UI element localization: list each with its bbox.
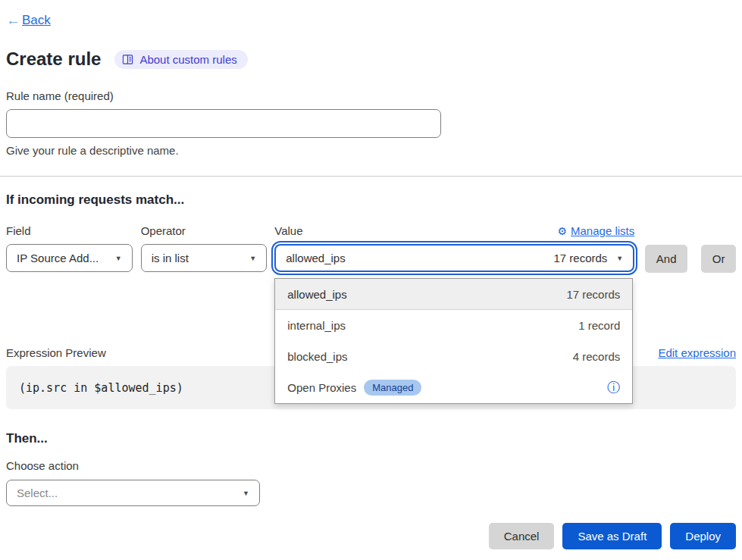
choose-action-label: Choose action (6, 459, 736, 472)
list-item-records: 17 records (566, 288, 620, 301)
list-item-allowed-ips[interactable]: allowed_ips 17 records (275, 279, 632, 310)
chevron-down-icon: ▼ (616, 255, 623, 262)
list-item-records: 1 record (578, 319, 620, 332)
back-link[interactable]: ←Back (6, 12, 51, 29)
then-section-heading: Then... (6, 431, 736, 446)
rule-name-group: Rule name (required) Give your rule a de… (6, 89, 736, 157)
chevron-down-icon: ▼ (243, 490, 249, 497)
field-label: Field (6, 224, 133, 237)
field-select-value: IP Source Add... (17, 252, 99, 264)
back-link-label: Back (22, 13, 51, 28)
gear-icon: ⚙ (557, 226, 567, 236)
chevron-down-icon: ▼ (115, 255, 122, 262)
operator-select[interactable]: is in list ▼ (141, 244, 268, 272)
list-item-internal-ips[interactable]: internal_ips 1 record (275, 310, 632, 341)
or-button[interactable]: Or (701, 245, 736, 273)
managed-badge: Managed (364, 380, 421, 396)
value-label: Value (274, 224, 302, 237)
manage-lists-label: Manage lists (571, 224, 634, 237)
list-item-name: blocked_ips (287, 350, 347, 363)
manage-lists-link[interactable]: ⚙ Manage lists (557, 224, 634, 237)
action-select[interactable]: Select... ▼ (6, 480, 260, 506)
about-custom-rules-label: About custom rules (139, 53, 236, 66)
create-rule-page: ←Back Create rule About custom rules Rul… (0, 0, 742, 560)
list-item-open-proxies[interactable]: Open Proxies Managed ⓘ (275, 372, 632, 403)
value-column: Value ⚙ Manage lists allowed_ips 17 reco… (274, 224, 634, 272)
page-header: Create rule About custom rules (6, 48, 736, 70)
value-select-selected: allowed_ips (286, 252, 345, 264)
and-button[interactable]: And (645, 245, 687, 273)
back-arrow-icon: ← (6, 12, 20, 29)
operator-select-value: is in list (152, 252, 189, 264)
section-divider (0, 176, 742, 177)
rule-name-label: Rule name (required) (6, 89, 736, 102)
list-item-name: internal_ips (287, 319, 346, 332)
value-dropdown-list: allowed_ips 17 records internal_ips 1 re… (274, 278, 633, 404)
condition-row: Field IP Source Add... ▼ Operator is in … (6, 224, 736, 273)
list-item-name: Open Proxies (287, 381, 356, 394)
cancel-button[interactable]: Cancel (489, 523, 555, 549)
field-select[interactable]: IP Source Add... ▼ (6, 244, 133, 272)
page-title: Create rule (6, 48, 101, 70)
value-header: Value ⚙ Manage lists (274, 224, 634, 237)
list-item-records: 4 records (573, 350, 621, 363)
book-icon (122, 54, 133, 65)
value-select-wrap: allowed_ips 17 records ▼ allowed_ips 17 … (274, 244, 634, 272)
back-row: ←Back (6, 12, 736, 29)
field-column: Field IP Source Add... ▼ (6, 224, 133, 272)
deploy-button[interactable]: Deploy (670, 523, 736, 549)
info-icon[interactable]: ⓘ (607, 381, 620, 394)
list-item-blocked-ips[interactable]: blocked_ips 4 records (275, 341, 632, 372)
value-select-records: 17 records (553, 252, 607, 264)
operator-column: Operator is in list ▼ (141, 224, 268, 272)
operator-label: Operator (141, 224, 268, 237)
rule-name-input[interactable] (6, 109, 441, 138)
about-custom-rules-link[interactable]: About custom rules (114, 50, 247, 69)
expression-code: (ip.src in $allowed_ips) (19, 381, 183, 395)
action-select-placeholder: Select... (17, 486, 58, 499)
value-select[interactable]: allowed_ips 17 records ▼ (274, 244, 634, 272)
footer-actions: Cancel Save as Draft Deploy (6, 523, 736, 549)
rule-name-help-text: Give your rule a descriptive name. (6, 144, 736, 157)
list-item-name: allowed_ips (287, 288, 346, 301)
edit-expression-link[interactable]: Edit expression (658, 346, 736, 359)
save-as-draft-button[interactable]: Save as Draft (562, 523, 662, 549)
expression-preview-label: Expression Preview (6, 346, 106, 359)
match-section-heading: If incoming requests match... (6, 192, 736, 208)
chevron-down-icon: ▼ (249, 255, 256, 262)
